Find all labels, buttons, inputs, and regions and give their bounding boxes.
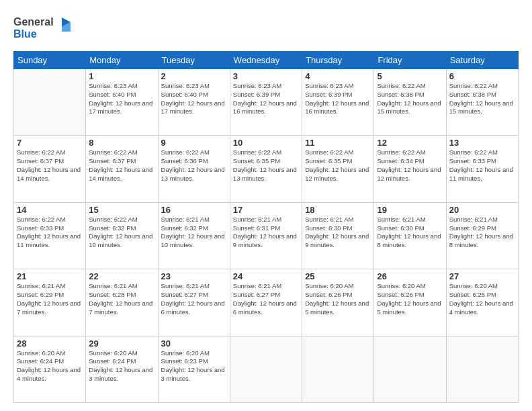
day-info: Sunrise: 6:21 AM Sunset: 6:27 PM Dayligh… — [233, 282, 299, 316]
day-number: 7 — [17, 138, 83, 148]
day-info: Sunrise: 6:22 AM Sunset: 6:38 PM Dayligh… — [377, 82, 443, 116]
calendar-cell: 27Sunrise: 6:20 AM Sunset: 6:25 PM Dayli… — [446, 269, 518, 336]
calendar-cell: 29Sunrise: 6:20 AM Sunset: 6:24 PM Dayli… — [86, 336, 158, 402]
calendar-cell: 19Sunrise: 6:21 AM Sunset: 6:30 PM Dayli… — [374, 202, 446, 269]
day-number: 23 — [161, 271, 227, 281]
calendar-cell: 9Sunrise: 6:22 AM Sunset: 6:36 PM Daylig… — [158, 136, 230, 202]
day-info: Sunrise: 6:23 AM Sunset: 6:40 PM Dayligh… — [89, 82, 154, 116]
day-info: Sunrise: 6:23 AM Sunset: 6:39 PM Dayligh… — [305, 82, 371, 116]
day-info: Sunrise: 6:22 AM Sunset: 6:34 PM Dayligh… — [377, 148, 443, 183]
calendar-cell: 10Sunrise: 6:22 AM Sunset: 6:35 PM Dayli… — [230, 136, 302, 202]
day-number: 12 — [377, 138, 443, 148]
svg-text:General: General — [13, 16, 54, 28]
calendar-cell — [230, 336, 302, 402]
calendar-cell — [446, 336, 518, 402]
calendar-cell: 24Sunrise: 6:21 AM Sunset: 6:27 PM Dayli… — [230, 269, 302, 336]
day-info: Sunrise: 6:22 AM Sunset: 6:35 PM Dayligh… — [305, 148, 371, 183]
calendar-cell: 20Sunrise: 6:21 AM Sunset: 6:29 PM Dayli… — [446, 202, 518, 269]
calendar-header-monday: Monday — [86, 52, 158, 69]
day-info: Sunrise: 6:22 AM Sunset: 6:33 PM Dayligh… — [17, 216, 83, 250]
day-number: 22 — [89, 271, 154, 281]
day-info: Sunrise: 6:21 AM Sunset: 6:30 PM Dayligh… — [305, 216, 371, 250]
calendar-cell: 25Sunrise: 6:20 AM Sunset: 6:26 PM Dayli… — [302, 269, 374, 336]
day-number: 27 — [449, 271, 515, 281]
day-number: 29 — [89, 338, 154, 349]
day-number: 6 — [449, 71, 515, 81]
calendar-table: SundayMondayTuesdayWednesdayThursdayFrid… — [13, 51, 519, 403]
day-number: 18 — [305, 205, 371, 215]
calendar-cell — [14, 69, 86, 136]
calendar-cell: 15Sunrise: 6:22 AM Sunset: 6:32 PM Dayli… — [86, 202, 158, 269]
day-info: Sunrise: 6:20 AM Sunset: 6:26 PM Dayligh… — [377, 282, 443, 316]
calendar-cell: 14Sunrise: 6:22 AM Sunset: 6:33 PM Dayli… — [14, 202, 86, 269]
calendar-cell: 18Sunrise: 6:21 AM Sunset: 6:30 PM Dayli… — [302, 202, 374, 269]
day-number: 30 — [161, 338, 227, 349]
day-number: 5 — [377, 71, 443, 81]
calendar-cell: 28Sunrise: 6:20 AM Sunset: 6:24 PM Dayli… — [14, 336, 86, 402]
calendar-header-thursday: Thursday — [302, 52, 374, 69]
calendar-cell: 30Sunrise: 6:20 AM Sunset: 6:23 PM Dayli… — [158, 336, 230, 402]
logo-icon: General Blue — [13, 12, 74, 42]
calendar-cell: 17Sunrise: 6:21 AM Sunset: 6:31 PM Dayli… — [230, 202, 302, 269]
calendar-cell: 11Sunrise: 6:22 AM Sunset: 6:35 PM Dayli… — [302, 136, 374, 202]
calendar-cell: 12Sunrise: 6:22 AM Sunset: 6:34 PM Dayli… — [374, 136, 446, 202]
day-info: Sunrise: 6:21 AM Sunset: 6:29 PM Dayligh… — [449, 216, 515, 250]
day-number: 16 — [161, 205, 227, 215]
header: General Blue — [13, 12, 519, 44]
logo: General Blue — [13, 12, 74, 44]
calendar-week-row: 28Sunrise: 6:20 AM Sunset: 6:24 PM Dayli… — [14, 336, 519, 402]
calendar-cell: 22Sunrise: 6:21 AM Sunset: 6:28 PM Dayli… — [86, 269, 158, 336]
calendar-cell: 1Sunrise: 6:23 AM Sunset: 6:40 PM Daylig… — [86, 69, 158, 136]
day-info: Sunrise: 6:22 AM Sunset: 6:36 PM Dayligh… — [161, 148, 227, 183]
day-number: 20 — [449, 205, 515, 215]
day-number: 3 — [233, 71, 299, 81]
day-number: 21 — [17, 271, 83, 281]
day-number: 11 — [305, 138, 371, 148]
calendar-cell: 16Sunrise: 6:21 AM Sunset: 6:32 PM Dayli… — [158, 202, 230, 269]
day-number: 26 — [377, 271, 443, 281]
calendar-header-row: SundayMondayTuesdayWednesdayThursdayFrid… — [14, 52, 519, 69]
calendar-cell: 3Sunrise: 6:23 AM Sunset: 6:39 PM Daylig… — [230, 69, 302, 136]
day-info: Sunrise: 6:20 AM Sunset: 6:24 PM Dayligh… — [89, 349, 154, 383]
calendar-week-row: 14Sunrise: 6:22 AM Sunset: 6:33 PM Dayli… — [14, 202, 519, 269]
day-number: 13 — [449, 138, 515, 148]
calendar-header-tuesday: Tuesday — [158, 52, 230, 69]
calendar-cell — [374, 336, 446, 402]
calendar-cell: 5Sunrise: 6:22 AM Sunset: 6:38 PM Daylig… — [374, 69, 446, 136]
day-info: Sunrise: 6:22 AM Sunset: 6:37 PM Dayligh… — [89, 148, 154, 183]
day-number: 9 — [161, 138, 227, 148]
day-number: 15 — [89, 205, 154, 215]
calendar-cell: 21Sunrise: 6:21 AM Sunset: 6:29 PM Dayli… — [14, 269, 86, 336]
day-info: Sunrise: 6:22 AM Sunset: 6:32 PM Dayligh… — [89, 216, 154, 250]
calendar-header-wednesday: Wednesday — [230, 52, 302, 69]
calendar-week-row: 21Sunrise: 6:21 AM Sunset: 6:29 PM Dayli… — [14, 269, 519, 336]
day-number: 14 — [17, 205, 83, 215]
day-info: Sunrise: 6:20 AM Sunset: 6:26 PM Dayligh… — [305, 282, 371, 316]
day-info: Sunrise: 6:23 AM Sunset: 6:40 PM Dayligh… — [161, 82, 227, 116]
day-info: Sunrise: 6:21 AM Sunset: 6:30 PM Dayligh… — [377, 216, 443, 250]
day-info: Sunrise: 6:22 AM Sunset: 6:37 PM Dayligh… — [17, 148, 83, 183]
day-info: Sunrise: 6:21 AM Sunset: 6:28 PM Dayligh… — [89, 282, 154, 316]
day-number: 4 — [305, 71, 371, 81]
day-info: Sunrise: 6:21 AM Sunset: 6:27 PM Dayligh… — [161, 282, 227, 316]
calendar-cell — [302, 336, 374, 402]
day-info: Sunrise: 6:20 AM Sunset: 6:23 PM Dayligh… — [161, 349, 227, 383]
day-info: Sunrise: 6:21 AM Sunset: 6:31 PM Dayligh… — [233, 216, 299, 250]
day-number: 24 — [233, 271, 299, 281]
day-info: Sunrise: 6:21 AM Sunset: 6:32 PM Dayligh… — [161, 216, 227, 250]
svg-text:Blue: Blue — [13, 28, 37, 40]
calendar-header-saturday: Saturday — [446, 52, 518, 69]
day-info: Sunrise: 6:22 AM Sunset: 6:35 PM Dayligh… — [233, 148, 299, 183]
calendar-week-row: 7Sunrise: 6:22 AM Sunset: 6:37 PM Daylig… — [14, 136, 519, 202]
calendar-cell: 7Sunrise: 6:22 AM Sunset: 6:37 PM Daylig… — [14, 136, 86, 202]
calendar-cell: 26Sunrise: 6:20 AM Sunset: 6:26 PM Dayli… — [374, 269, 446, 336]
day-number: 19 — [377, 205, 443, 215]
calendar-header-sunday: Sunday — [14, 52, 86, 69]
calendar-cell: 8Sunrise: 6:22 AM Sunset: 6:37 PM Daylig… — [86, 136, 158, 202]
day-number: 28 — [17, 338, 83, 349]
calendar-cell: 4Sunrise: 6:23 AM Sunset: 6:39 PM Daylig… — [302, 69, 374, 136]
calendar-header-friday: Friday — [374, 52, 446, 69]
logo-text: General Blue — [13, 12, 74, 44]
day-info: Sunrise: 6:22 AM Sunset: 6:38 PM Dayligh… — [449, 82, 515, 116]
day-info: Sunrise: 6:23 AM Sunset: 6:39 PM Dayligh… — [233, 82, 299, 116]
